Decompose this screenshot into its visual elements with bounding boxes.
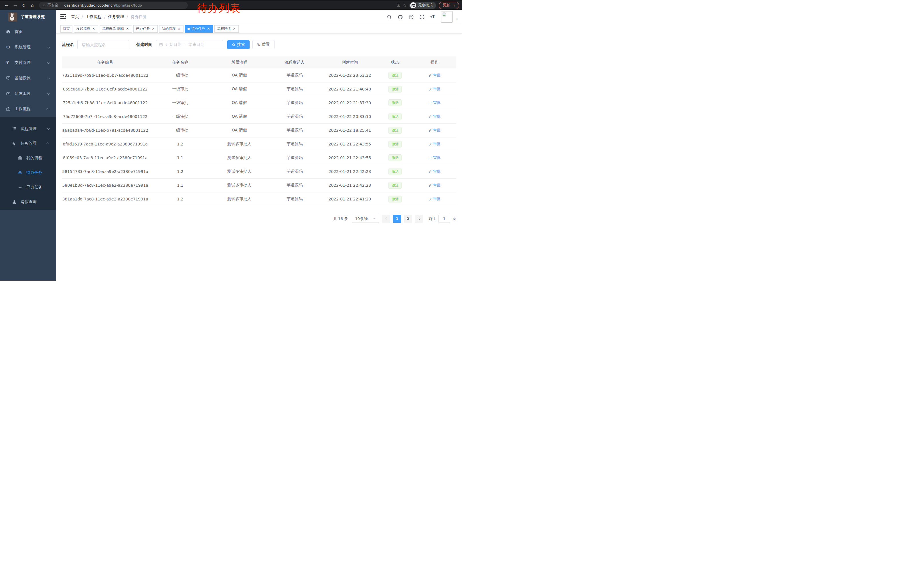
update-label[interactable]: 更新	[443, 3, 450, 8]
sidebar-item-process-management[interactable]: 流程管理	[0, 122, 56, 136]
close-icon[interactable]: ×	[177, 27, 181, 31]
cell-action: 审批	[413, 179, 456, 192]
browser-back-icon[interactable]: ←	[3, 2, 10, 9]
sidebar-item-devtools[interactable]: 研发工具	[0, 86, 56, 101]
password-key-icon[interactable]: ⚿	[397, 3, 400, 8]
avatar-dropdown-caret-icon[interactable]: ▾	[456, 18, 458, 21]
status-badge: 激活	[388, 72, 402, 79]
prev-page-button[interactable]	[382, 215, 390, 223]
breadcrumb-workflow[interactable]: 工作流程	[86, 14, 102, 20]
status-badge: 激活	[388, 127, 402, 134]
page-button-2[interactable]: 2	[404, 215, 412, 223]
goto-page-input[interactable]	[438, 215, 450, 223]
col-starter: 流程发起人	[267, 56, 322, 68]
breadcrumb: 首页 / 工作流程 / 任务管理 / 待办任务	[71, 14, 147, 20]
cell-process: OA 请假	[212, 82, 267, 96]
process-name-input[interactable]	[77, 40, 129, 49]
search-icon[interactable]	[387, 14, 392, 20]
approve-link[interactable]: 审批	[429, 183, 441, 188]
create-time-label: 创建时间	[136, 42, 152, 47]
fullscreen-icon[interactable]	[419, 14, 425, 20]
tab-todo-tasks[interactable]: 待办任务×	[185, 25, 213, 33]
edit-pencil-icon	[429, 170, 432, 173]
sidebar-item-home[interactable]: 首页	[0, 24, 56, 39]
browser-update-button[interactable]: 更新 ⋮	[439, 2, 459, 9]
tab-process-detail[interactable]: 流程详情×	[214, 25, 239, 33]
page-button-1[interactable]: 1	[393, 215, 401, 223]
top-navbar: 首页 / 工作流程 / 任务管理 / 待办任务	[56, 10, 462, 24]
approve-link[interactable]: 审批	[429, 73, 441, 78]
approve-link[interactable]: 审批	[429, 197, 441, 201]
sidebar-item-my-process[interactable]: 我的流程	[0, 151, 56, 165]
start-date-placeholder[interactable]: 开始日期	[165, 42, 182, 47]
sidebar-item-label: 我的流程	[26, 156, 42, 161]
tab-start-process[interactable]: 发起流程×	[74, 25, 98, 33]
tab-done-tasks[interactable]: 已办任务×	[134, 25, 158, 33]
cell-starter: 芋道源码	[267, 192, 322, 206]
sidebar-item-leave-query[interactable]: 请假查询	[0, 194, 56, 209]
sidebar-item-infrastructure[interactable]: 基础设施	[0, 71, 56, 86]
approve-link[interactable]: 审批	[429, 155, 441, 161]
security-label[interactable]: 不安全	[48, 3, 58, 8]
app-title: 芋道管理系统	[21, 14, 45, 20]
sidebar-item-done-tasks[interactable]: 已办任务	[0, 180, 56, 194]
chevron-down-icon	[47, 61, 50, 64]
cell-created: 2022-01-22 21:48:48	[322, 82, 377, 96]
sidebar-item-system[interactable]: ⚙ 系统管理	[0, 39, 56, 55]
sidebar-item-workflow[interactable]: 工作流程	[0, 101, 56, 117]
sidebar-item-payment[interactable]: ¥ 支付管理	[0, 55, 56, 71]
user-avatar[interactable]	[441, 11, 453, 23]
task-table-body: 73211d9d-7b9b-11ec-b5b7-acde48001122 一级审…	[62, 68, 456, 206]
github-icon[interactable]	[398, 14, 403, 20]
breadcrumb-home[interactable]: 首页	[71, 14, 79, 20]
browser-reload-icon[interactable]: ↻	[20, 2, 27, 9]
address-bar[interactable]: ⚠ 不安全 dashboard.yudao.iocoder.cn/bpm/tas…	[39, 2, 188, 9]
sidebar-toggle-icon[interactable]	[60, 14, 66, 20]
sidebar-item-todo-tasks[interactable]: 待办任务	[0, 165, 56, 180]
breadcrumb-separator: /	[82, 15, 83, 19]
close-icon[interactable]: ×	[92, 27, 96, 31]
pagination: 共 16 条 10条/页 1 2 前往 页	[62, 215, 456, 223]
approve-link[interactable]: 审批	[429, 100, 441, 105]
font-size-icon[interactable]: TT	[430, 14, 435, 20]
approve-link[interactable]: 审批	[429, 169, 441, 174]
browser-home-icon[interactable]: ⌂	[28, 2, 36, 9]
tab-home[interactable]: 首页	[60, 25, 72, 33]
incognito-badge: 无痕模式	[410, 2, 436, 9]
approve-link[interactable]: 审批	[429, 141, 441, 147]
table-row: 73211d9d-7b9b-11ec-b5b7-acde48001122 一级审…	[62, 68, 456, 82]
search-button[interactable]: 搜索	[227, 40, 250, 49]
tab-my-process[interactable]: 我的流程×	[159, 25, 183, 33]
bookmark-star-icon[interactable]: ☆	[403, 3, 406, 8]
approve-link[interactable]: 审批	[429, 87, 441, 92]
cell-task-id: 725a1eb6-7b88-11ec-8ef0-acde48001122	[62, 96, 148, 110]
breadcrumb-task-management[interactable]: 任务管理	[108, 14, 124, 20]
page-size-select[interactable]: 10条/页	[352, 215, 379, 223]
help-icon[interactable]	[408, 14, 414, 20]
end-date-placeholder[interactable]: 结束日期	[188, 42, 204, 47]
approve-link[interactable]: 审批	[429, 128, 441, 133]
next-page-button[interactable]	[415, 215, 423, 223]
close-icon[interactable]: ×	[151, 27, 155, 31]
tab-process-form-edit[interactable]: 流程表单-编辑×	[100, 25, 132, 33]
close-icon[interactable]: ×	[232, 27, 236, 31]
sidebar-item-task-management[interactable]: 任务管理	[0, 136, 56, 151]
sidebar-logo[interactable]: 芋道管理系统	[0, 10, 56, 24]
table-row: 381aa1dd-7ac8-11ec-a9e2-a2380e71991a 1.2…	[62, 192, 456, 206]
reset-button[interactable]: ↻ 重置	[252, 40, 274, 49]
cell-action: 审批	[413, 137, 456, 151]
browser-menu-icon[interactable]: ⋮	[452, 3, 456, 8]
date-range-picker[interactable]: 开始日期 - 结束日期	[156, 40, 223, 49]
edit-pencil-icon	[429, 74, 432, 77]
browser-forward-icon[interactable]: →	[12, 2, 19, 9]
cell-status: 激活	[377, 165, 413, 179]
close-icon[interactable]: ×	[125, 27, 129, 31]
cell-task-name: 1.1	[148, 151, 212, 165]
close-icon[interactable]: ×	[206, 27, 210, 31]
cell-starter: 芋道源码	[267, 82, 322, 96]
cell-status: 激活	[377, 110, 413, 123]
cell-created: 2022-01-22 23:53:32	[322, 68, 377, 82]
col-process: 所属流程	[212, 56, 267, 68]
approve-link[interactable]: 审批	[429, 114, 441, 119]
cell-starter: 芋道源码	[267, 68, 322, 82]
